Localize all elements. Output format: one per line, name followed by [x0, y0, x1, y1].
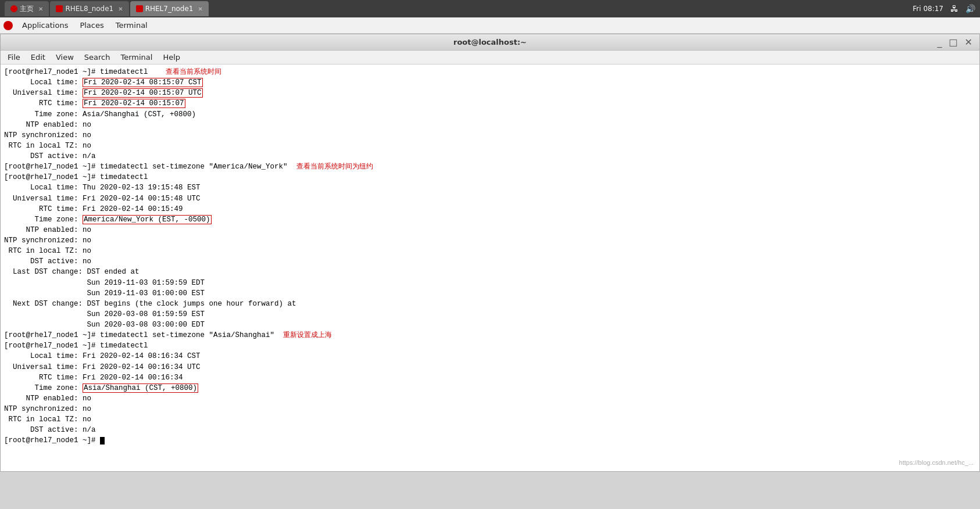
highlight-universal-time-1: Fri 2020-02-14 00:15:07 UTC [83, 88, 203, 98]
terminal-line-28: Local time: Fri 2020-02-14 08:16:34 CST [4, 352, 201, 360]
terminal-content[interactable]: [root@rhel7_node1 ~]# timedatectl 查看当前系统… [1, 64, 979, 471]
terminal-line-7: NTP synchronized: no [4, 131, 91, 139]
clock: Fri 08:17 [913, 5, 943, 13]
terminal-controls: _ □ ✕ [935, 37, 975, 48]
terminal-line-18: RTC in local TZ: no [4, 247, 91, 255]
terminal-line-23: Next DST change: DST begins (the clock j… [4, 300, 296, 308]
terminal-line-17: NTP synchronized: no [4, 236, 91, 245]
annotation-3: 重新设置成上海 [283, 331, 332, 339]
terminal-line-5: Time zone: Asia/Shanghai (CST, +0800) [4, 110, 196, 119]
highlight-local-time-1: Fri 2020-02-14 08:15:07 CST [83, 78, 203, 87]
terminal-window: root@localhost:~ _ □ ✕ File Edit View Se… [0, 34, 980, 472]
terminal-line-21: Sun 2019-11-03 01:59:59 EDT [4, 279, 205, 287]
system-bar-tabs: 主页 ✕ RHEL8_node1 ✕ RHEL7_node1 ✕ [5, 1, 210, 16]
highlight-timezone-shanghai-2: Asia/Shanghai (CST, +0800) [83, 383, 198, 393]
tab-rhel8[interactable]: RHEL8_node1 ✕ [50, 1, 128, 16]
terminal-line-35: DST active: n/a [4, 426, 96, 434]
terminal-menu-bar: File Edit View Search Terminal Help [1, 51, 979, 64]
menu-terminal[interactable]: Terminal [111, 19, 152, 31]
terminal-line-27: [root@rhel7_node1 ~]# timedatectl [4, 342, 148, 350]
minimize-button[interactable]: _ [935, 37, 944, 48]
terminal-titlebar: root@localhost:~ _ □ ✕ [1, 34, 979, 51]
menu-search[interactable]: Search [80, 52, 115, 63]
network-icon: 🖧 [950, 4, 958, 13]
tab-rhel8-close[interactable]: ✕ [118, 6, 123, 12]
volume-icon: 🔊 [965, 4, 975, 13]
system-bar-right: Fri 08:17 🖧 🔊 [913, 4, 975, 13]
terminal-line-2: Local time: Fri 2020-02-14 08:15:07 CST [4, 78, 203, 87]
tab-rhel7-close[interactable]: ✕ [198, 6, 203, 12]
highlight-rtc-time-1: Fri 2020-02-14 00:15:07 [83, 99, 185, 108]
terminal-line-25: Sun 2020-03-08 03:00:00 EDT [4, 321, 205, 329]
desktop-background [0, 472, 980, 509]
rhel8-icon [56, 5, 63, 12]
menu-places[interactable]: Places [75, 19, 108, 31]
terminal-line-16: NTP enabled: no [4, 226, 91, 234]
terminal-line-6: NTP enabled: no [4, 121, 91, 129]
terminal-line-24: Sun 2020-03-08 01:59:59 EST [4, 310, 205, 318]
tab-rhel7[interactable]: RHEL7_node1 ✕ [130, 1, 209, 16]
tab-rhel8-label: RHEL8_node1 [65, 5, 113, 13]
app-menu-bar: Applications Places Terminal [0, 17, 980, 34]
menu-file[interactable]: File [3, 52, 25, 63]
terminal-line-13: Universal time: Fri 2020-02-14 00:15:48 … [4, 195, 201, 203]
terminal-line-12: Local time: Thu 2020-02-13 19:15:48 EST [4, 184, 201, 192]
tab-home-label: 主页 [20, 4, 34, 14]
annotation-1: 查看当前系统时间 [166, 67, 221, 76]
terminal-line-32: NTP enabled: no [4, 395, 91, 403]
system-bar: 主页 ✕ RHEL8_node1 ✕ RHEL7_node1 ✕ Fri 08:… [0, 0, 980, 17]
terminal-line-20: Last DST change: DST ended at [4, 268, 140, 276]
terminal-line-15: Time zone: America/New_York (EST, -0500) [4, 215, 212, 224]
terminal-line-19: DST active: no [4, 257, 91, 266]
tab-home[interactable]: 主页 ✕ [5, 1, 49, 16]
maximize-button[interactable]: □ [946, 37, 960, 48]
menu-edit[interactable]: Edit [26, 52, 50, 63]
terminal-line-3: Universal time: Fri 2020-02-14 00:15:07 … [4, 88, 203, 98]
home-icon [10, 5, 17, 12]
highlight-timezone-newyork: America/New_York (EST, -0500) [83, 215, 212, 224]
cursor [100, 437, 105, 445]
menu-terminal[interactable]: Terminal [116, 52, 157, 63]
terminal-line-26: [root@rhel7_node1 ~]# timedatectl set-ti… [4, 331, 274, 339]
terminal-line-14: RTC time: Fri 2020-02-14 00:15:49 [4, 205, 183, 213]
terminal-line-4: RTC time: Fri 2020-02-14 00:15:07 [4, 99, 185, 108]
terminal-line-1: [root@rhel7_node1 ~]# timedatectl [4, 68, 148, 76]
terminal-line-33: NTP synchronized: no [4, 405, 91, 413]
terminal-line-34: RTC in local TZ: no [4, 415, 91, 424]
watermark: https://blog.csdn.net/hc_... [899, 458, 974, 468]
terminal-title: root@localhost:~ [453, 38, 527, 46]
terminal-line-31: Time zone: Asia/Shanghai (CST, +0800) [4, 383, 198, 393]
menu-applications[interactable]: Applications [17, 19, 73, 31]
menu-help[interactable]: Help [158, 52, 185, 63]
terminal-line-30: RTC time: Fri 2020-02-14 00:16:34 [4, 374, 183, 382]
redhat-logo-icon [3, 21, 13, 30]
terminal-line-11: [root@rhel7_node1 ~]# timedatectl [4, 173, 148, 181]
terminal-line-8: RTC in local TZ: no [4, 142, 91, 150]
menu-view[interactable]: View [51, 52, 78, 63]
terminal-line-29: Universal time: Fri 2020-02-14 00:16:34 … [4, 363, 201, 371]
close-button[interactable]: ✕ [963, 37, 975, 48]
terminal-line-9: DST active: n/a [4, 152, 96, 160]
rhel7-icon [136, 5, 143, 12]
terminal-line-22: Sun 2019-11-03 01:00:00 EST [4, 289, 205, 297]
annotation-2: 查看当前系统时间为纽约 [296, 162, 373, 170]
terminal-line-10: [root@rhel7_node1 ~]# timedatectl set-ti… [4, 163, 288, 171]
tab-rhel7-label: RHEL7_node1 [145, 5, 194, 13]
tab-home-close[interactable]: ✕ [38, 6, 43, 12]
terminal-line-36: [root@rhel7_node1 ~]# [4, 436, 105, 445]
